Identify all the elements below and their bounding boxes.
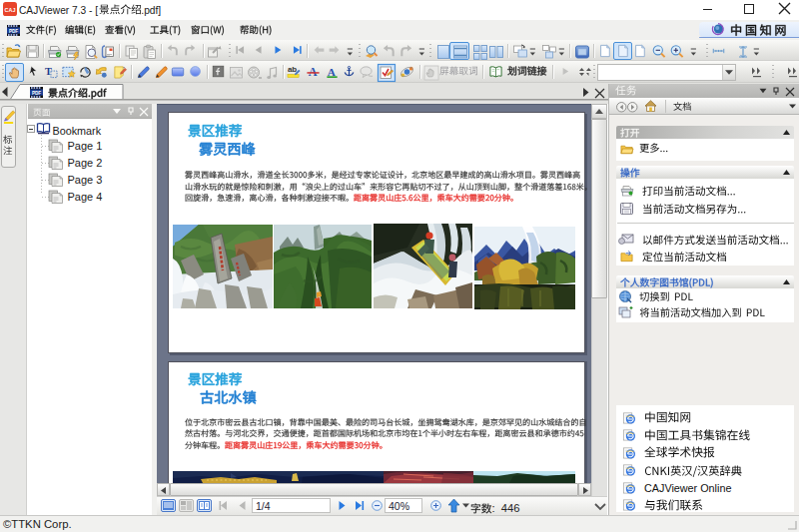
svg-text:CAJ: CAJ <box>5 7 16 13</box>
svg-text:PDF: PDF <box>9 29 18 34</box>
svg-text:A: A <box>328 66 336 78</box>
svg-text:PDF: PDF <box>32 90 41 95</box>
